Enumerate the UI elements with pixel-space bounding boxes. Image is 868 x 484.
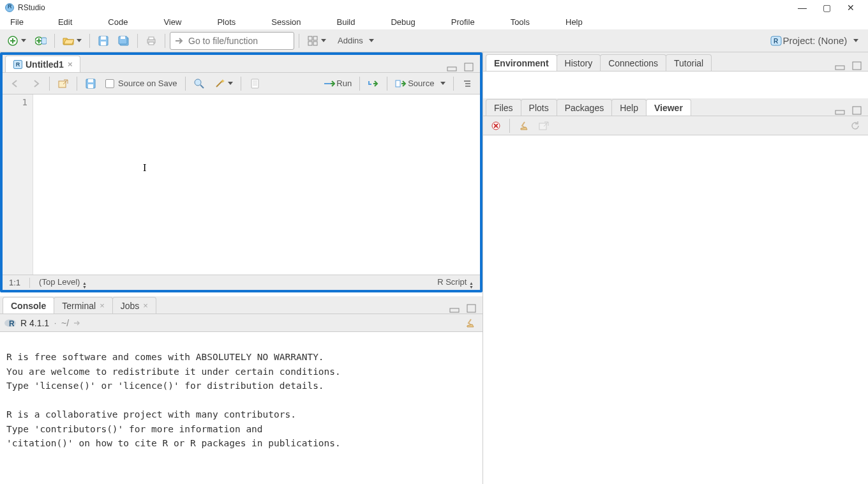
wd-goto-icon[interactable]	[71, 317, 83, 329]
menu-code[interactable]: Code	[90, 15, 146, 29]
print-button[interactable]	[142, 32, 160, 50]
arrow-right-icon	[30, 78, 41, 89]
tab-untitled1[interactable]: R Untitled1 ×	[5, 56, 80, 72]
menu-debug[interactable]: Debug	[373, 15, 433, 29]
clear-console-button[interactable]	[461, 314, 479, 332]
minimize-pane-icon[interactable]	[834, 61, 848, 71]
menu-session[interactable]: Session	[253, 15, 318, 29]
tab-terminal[interactable]: Terminal×	[54, 297, 113, 314]
plus-r-project-icon	[35, 35, 47, 47]
close-icon[interactable]: ×	[100, 301, 105, 310]
r-project-icon: R	[770, 35, 782, 47]
project-menu[interactable]: R Project: (None)	[765, 32, 865, 50]
menu-profile[interactable]: Profile	[433, 15, 493, 29]
svg-rect-4	[101, 36, 106, 40]
source-on-save-label: Source on Save	[118, 79, 177, 88]
rstudio-logo-icon	[5, 3, 14, 12]
rerun-button[interactable]	[364, 75, 382, 93]
code-tools-button[interactable]	[211, 75, 236, 93]
menu-file[interactable]: File	[4, 15, 40, 29]
menu-plots[interactable]: Plots	[199, 15, 253, 29]
viewer-popout-button[interactable]	[535, 117, 553, 135]
run-label: Run	[336, 79, 352, 88]
remove-viewer-item-button[interactable]	[487, 117, 505, 135]
scope-selector[interactable]: (Top Level) ▲▼	[39, 277, 87, 289]
line-number-1: 1	[3, 97, 27, 107]
source-status-bar: 1:1 (Top Level) ▲▼ R Script ▲▼	[3, 275, 480, 290]
find-replace-button[interactable]	[190, 75, 208, 93]
svg-rect-20	[59, 81, 66, 87]
svg-text:R: R	[9, 319, 15, 328]
svg-rect-8	[121, 36, 125, 39]
minimize-pane-icon[interactable]	[448, 303, 462, 314]
save-button[interactable]	[94, 32, 112, 50]
nav-forward-button[interactable]	[27, 75, 45, 93]
source-toolbar: Source on Save Run S	[3, 73, 480, 95]
viewer-toolbar	[483, 116, 868, 135]
show-in-new-window-button[interactable]	[54, 75, 72, 93]
notebook-icon	[249, 78, 260, 89]
new-file-button[interactable]	[4, 32, 29, 50]
viewer-content	[483, 135, 868, 484]
workspace-panes-button[interactable]	[304, 32, 329, 50]
tab-help[interactable]: Help	[611, 99, 647, 116]
source-script-button[interactable]: Source	[392, 75, 449, 93]
save-source-button[interactable]	[82, 75, 100, 93]
compile-report-button[interactable]	[246, 75, 264, 93]
tab-jobs[interactable]: Jobs×	[112, 297, 156, 314]
svg-rect-26	[396, 80, 400, 87]
title-bar: RStudio — ▢ ✕	[0, 0, 868, 15]
nav-back-button[interactable]	[6, 75, 24, 93]
open-file-button[interactable]	[59, 32, 85, 50]
menu-edit[interactable]: Edit	[40, 15, 90, 29]
outline-button[interactable]	[458, 75, 476, 93]
cursor-position: 1:1	[9, 278, 20, 287]
refresh-viewer-button[interactable]	[846, 117, 864, 135]
tab-packages[interactable]: Packages	[557, 99, 612, 116]
run-button[interactable]: Run	[320, 75, 355, 93]
goto-file-function-field[interactable]	[170, 32, 294, 50]
window-close-button[interactable]: ✕	[839, 0, 863, 15]
tab-viewer[interactable]: Viewer	[646, 99, 691, 116]
tab-environment[interactable]: Environment	[486, 54, 557, 71]
save-all-button[interactable]	[115, 32, 133, 50]
console-output[interactable]: R is free software and comes with ABSOLU…	[0, 332, 483, 484]
minimize-pane-icon[interactable]	[445, 62, 460, 72]
svg-rect-10	[149, 37, 154, 40]
maximize-pane-icon[interactable]	[850, 105, 864, 116]
svg-rect-36	[539, 123, 546, 130]
menu-view[interactable]: View	[146, 15, 199, 29]
addins-button[interactable]: Addins	[332, 32, 380, 50]
menu-build[interactable]: Build	[319, 15, 373, 29]
menu-bar: File Edit Code View Plots Session Build …	[0, 15, 868, 29]
tab-files[interactable]: Files	[486, 99, 521, 116]
minimize-pane-icon[interactable]	[834, 105, 848, 116]
window-minimize-button[interactable]: —	[790, 0, 814, 15]
tab-tutorial[interactable]: Tutorial	[666, 54, 712, 71]
menu-tools[interactable]: Tools	[493, 15, 548, 29]
close-icon[interactable]: ×	[143, 301, 148, 310]
window-maximize-button[interactable]: ▢	[814, 0, 839, 15]
popout-icon	[57, 78, 69, 89]
r-logo-icon: R	[4, 317, 18, 329]
maximize-pane-icon[interactable]	[850, 61, 864, 71]
tab-connections[interactable]: Connections	[600, 54, 666, 71]
editor-content[interactable]: I	[33, 95, 480, 275]
console-tab-bar: Console Terminal× Jobs×	[0, 296, 483, 314]
r-file-icon: R	[13, 60, 22, 69]
maximize-pane-icon[interactable]	[465, 303, 479, 314]
filetype-selector[interactable]: R Script ▲▼	[437, 277, 474, 289]
new-project-button[interactable]	[32, 32, 50, 50]
r-version-label: R 4.1.1	[20, 318, 49, 328]
tab-history[interactable]: History	[557, 54, 601, 71]
maximize-pane-icon[interactable]	[462, 62, 476, 72]
tab-console[interactable]: Console	[3, 297, 54, 314]
tab-plots[interactable]: Plots	[521, 99, 557, 116]
source-on-save-toggle[interactable]: Source on Save	[102, 75, 181, 93]
clear-viewer-button[interactable]	[514, 117, 532, 135]
close-tab-icon[interactable]: ×	[68, 59, 73, 69]
environment-tab-bar: Environment History Connections Tutorial	[483, 52, 868, 72]
source-editor[interactable]: 1 I	[3, 95, 480, 275]
goto-file-input[interactable]	[188, 36, 290, 46]
menu-help[interactable]: Help	[548, 15, 601, 29]
